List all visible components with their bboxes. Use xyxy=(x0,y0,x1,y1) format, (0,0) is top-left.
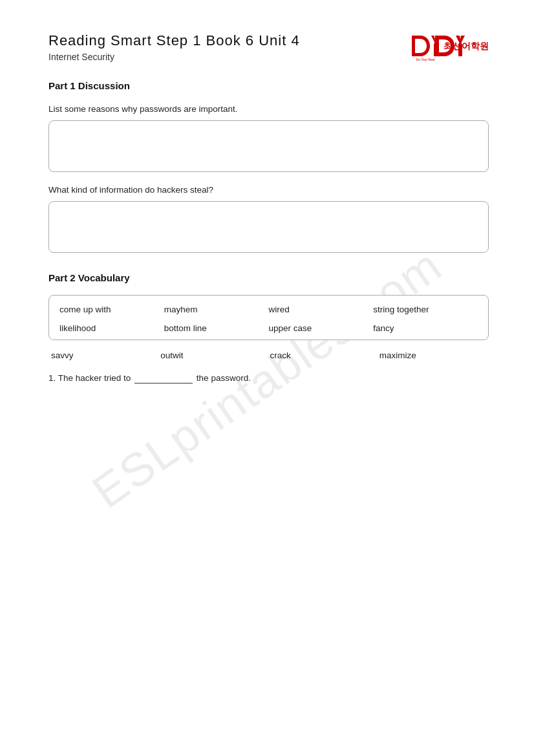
sentence1-before: 1. The hacker tried to xyxy=(48,373,131,383)
vocab-row-2: likelihood bottom line upper case fancy xyxy=(59,323,478,333)
question2-text: What kind of information do hackers stea… xyxy=(48,185,489,195)
vocab-cell-1-3: wired xyxy=(269,305,374,314)
vocab-cell-2-2: bottom line xyxy=(164,323,269,333)
vocab-outside-1: savvy xyxy=(51,351,160,360)
main-title: Reading Smart Step 1 Book 6 Unit 4 xyxy=(48,32,410,49)
header: Reading Smart Step 1 Book 6 Unit 4 Inter… xyxy=(48,32,489,62)
vocab-cell-1-1: come up with xyxy=(59,305,164,314)
vocab-row-1: come up with mayhem wired string togethe… xyxy=(59,305,478,314)
page: ESLprintables.com Reading Smart Step 1 B… xyxy=(0,0,534,756)
answer-box-2[interactable] xyxy=(48,201,489,253)
title-block: Reading Smart Step 1 Book 6 Unit 4 Inter… xyxy=(48,32,410,62)
question1-text: List some reasons why passwords are impo… xyxy=(48,104,489,114)
part1-heading: Part 1 Discussion xyxy=(48,80,489,91)
sentence1-blank[interactable] xyxy=(134,373,193,383)
vocab-cell-1-4: string together xyxy=(373,305,478,314)
vocab-cell-2-4: fancy xyxy=(373,323,478,333)
sentence1-after: the password. xyxy=(197,373,251,383)
fill-sentence-1: 1. The hacker tried to the password. xyxy=(48,373,489,383)
subtitle: Internet Security xyxy=(48,52,410,62)
vocab-cell-2-1: likelihood xyxy=(59,323,164,333)
vocab-outside-3: crack xyxy=(270,351,379,360)
vocab-box: come up with mayhem wired string togethe… xyxy=(48,295,489,340)
part2-heading: Part 2 Vocabulary xyxy=(48,272,489,283)
vocab-cell-1-2: mayhem xyxy=(164,305,269,314)
answer-box-1[interactable] xyxy=(48,120,489,172)
dyb-logo-icon xyxy=(433,29,466,63)
vocab-outside-4: maximize xyxy=(379,351,489,360)
vocab-outside-2: outwit xyxy=(160,351,270,360)
vocab-outside-row: savvy outwit crack maximize xyxy=(48,351,489,360)
logo-block: Do Your Best 최선어학원 xyxy=(410,29,489,61)
vocab-cell-2-3: upper case xyxy=(269,323,374,333)
